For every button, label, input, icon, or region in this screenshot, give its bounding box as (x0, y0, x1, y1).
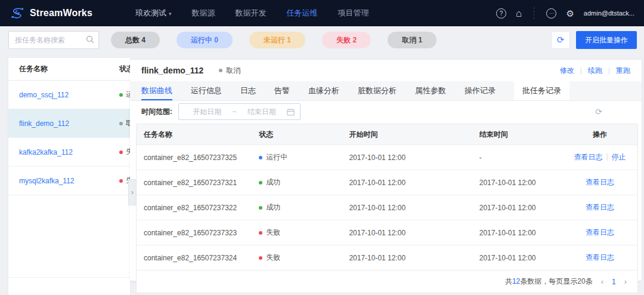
task-list-row[interactable]: kafka2kafka_112失败 (8, 138, 130, 167)
container-status-label: 失败 (266, 253, 280, 263)
home-icon[interactable]: ⌂ (516, 8, 522, 19)
task-list-header: 任务名称 状态 (8, 58, 130, 81)
row-action-停止[interactable]: 停止 (612, 152, 626, 162)
start-time-cell: 2017-10-01 12:00 (342, 153, 472, 162)
row-action-cell: 查看日志 (562, 253, 637, 263)
content-area: 任务名称 状态 demo_sscj_112运行中flink_demo_112取消… (0, 54, 644, 295)
task-list-row[interactable]: demo_sscj_112运行中 (8, 81, 130, 109)
task-name-link[interactable]: mysql2kafka_112 (8, 177, 75, 185)
tab-告警[interactable]: 告警 (274, 81, 290, 100)
end-time-cell: - (472, 153, 562, 162)
tab-属性参数[interactable]: 属性参数 (415, 81, 446, 100)
app-title: StreamWorks (30, 8, 92, 19)
tab-操作记录[interactable]: 操作记录 (465, 81, 496, 100)
container-name-cell: container_e82_16507237322 (137, 204, 252, 212)
prev-page-icon[interactable]: ‹ (601, 277, 603, 286)
message-icon[interactable]: ··· (546, 8, 556, 19)
nav-item-项目管理[interactable]: 项目管理 (338, 8, 369, 19)
action-separator: | (606, 152, 608, 162)
row-action-查看日志[interactable]: 查看日志 (586, 253, 614, 263)
task-list-panel: 任务名称 状态 demo_sscj_112运行中flink_demo_112取消… (8, 58, 130, 295)
panel-refresh-icon[interactable]: ⟳ (595, 107, 602, 116)
app-logo[interactable]: StreamWorks (10, 7, 92, 20)
chevron-down-icon: ▾ (169, 11, 172, 17)
detail-action-续跑[interactable]: 续跑 (588, 66, 602, 76)
row-action-查看日志[interactable]: 查看日志 (586, 228, 614, 238)
container-status-label: 成功 (266, 202, 280, 213)
task-name-link[interactable]: kafka2kafka_112 (8, 148, 73, 156)
current-page-button[interactable]: 1 (612, 278, 616, 286)
tab-数据曲线[interactable]: 数据曲线 (141, 81, 172, 100)
tab-脏数据分析[interactable]: 脏数据分析 (358, 81, 397, 100)
main-nav: 琅欢测试▾数据源数据开发任务运维项目管理 (135, 8, 369, 19)
filter-pill[interactable]: 总数 4 (111, 32, 160, 48)
end-time-cell: 2017-10-01 12:00 (472, 179, 562, 187)
status-dot (119, 122, 123, 125)
detail-status-badge: 取消 (219, 66, 240, 76)
start-time-cell: 2017-10-01 12:00 (342, 229, 472, 237)
task-list-row[interactable]: mysql2kafka_112失败 (8, 167, 130, 195)
detail-action-修改[interactable]: 修改 (560, 66, 574, 76)
filter-pill[interactable]: 取消 1 (388, 32, 436, 48)
status-dot (259, 231, 262, 235)
task-name-link[interactable]: flink_demo_112 (8, 119, 69, 128)
container-name-cell: container_e82_16507237323 (137, 229, 252, 237)
end-time-cell: 2017-10-01 12:00 (472, 229, 562, 237)
time-range-row: 时间范围: 开始日期 ~ 结束日期 ⟳ (130, 101, 642, 122)
filter-pill[interactable]: 失败 2 (322, 32, 371, 48)
help-icon[interactable]: ? (496, 8, 506, 19)
date-range-picker[interactable]: 开始日期 ~ 结束日期 (178, 103, 301, 120)
task-list-rows: demo_sscj_112运行中flink_demo_112取消kafka2ka… (8, 81, 130, 195)
detail-status-label: 取消 (226, 66, 240, 76)
container-table: 任务名称状态开始时间结束时间操作 container_e82_165072373… (136, 124, 638, 293)
task-name-link[interactable]: demo_sscj_112 (8, 91, 69, 99)
table-row: container_e82_16507237321成功2017-10-01 12… (137, 170, 637, 195)
container-status-cell: 运行中 (252, 152, 342, 162)
refresh-button[interactable]: ⟳ (551, 31, 570, 49)
header-right-cluster: ? ⌂ ··· ⚙ admin@dtstack... (496, 7, 634, 19)
filter-right-cluster: ⟳ 开启批量操作 (551, 31, 637, 49)
filter-bar: 总数 4运行中 0未运行 1失败 2取消 1 ⟳ 开启批量操作 (0, 26, 644, 54)
collapse-panel-handle[interactable]: › (128, 179, 137, 205)
column-header-操作: 操作 (562, 130, 637, 140)
detail-action-重跑[interactable]: 重跑 (616, 66, 630, 76)
tab-运行信息[interactable]: 运行信息 (191, 81, 222, 100)
row-action-查看日志[interactable]: 查看日志 (586, 202, 614, 213)
filter-pill[interactable]: 未运行 1 (249, 32, 305, 48)
row-action-cell: 查看日志 (562, 177, 637, 188)
start-time-cell: 2017-10-01 12:00 (342, 254, 472, 262)
table-row: container_e82_16507237322成功2017-10-01 12… (137, 195, 637, 220)
nav-item-琅欢测试[interactable]: 琅欢测试▾ (135, 8, 172, 19)
detail-task-name: flink_demo_112 (141, 66, 203, 75)
action-separator: | (608, 66, 610, 75)
batch-operation-button[interactable]: 开启批量操作 (576, 31, 637, 49)
container-name-cell: container_e82_16507237321 (137, 179, 252, 187)
next-page-icon[interactable]: › (624, 277, 627, 286)
gear-icon[interactable]: ⚙ (566, 9, 574, 18)
container-status-label: 失败 (266, 228, 280, 238)
action-separator: | (580, 66, 582, 75)
column-header-结束时间: 结束时间 (472, 130, 562, 140)
start-time-cell: 2017-10-01 12:00 (342, 204, 472, 212)
nav-item-数据开发[interactable]: 数据开发 (236, 8, 267, 19)
nav-item-数据源[interactable]: 数据源 (192, 8, 215, 19)
row-action-查看日志[interactable]: 查看日志 (586, 177, 614, 188)
container-table-header: 任务名称状态开始时间结束时间操作 (137, 124, 637, 145)
calendar-icon (287, 108, 295, 116)
filter-pill[interactable]: 运行中 0 (177, 32, 233, 48)
tab-血缘分析[interactable]: 血缘分析 (308, 81, 339, 100)
streamworks-logo-icon (10, 7, 25, 20)
tab-日志[interactable]: 日志 (240, 81, 256, 100)
end-time-cell: 2017-10-01 12:00 (472, 254, 562, 262)
container-status-cell: 成功 (252, 177, 342, 188)
top-nav-bar: StreamWorks 琅欢测试▾数据源数据开发任务运维项目管理 ? ⌂ ···… (0, 0, 644, 26)
nav-item-任务运维[interactable]: 任务运维 (287, 8, 318, 19)
task-list-row[interactable]: flink_demo_112取消 (8, 109, 130, 138)
start-date-placeholder: 开始日期 (184, 107, 230, 117)
account-menu[interactable]: admin@dtstack... (584, 10, 634, 17)
row-action-查看日志[interactable]: 查看日志 (574, 152, 602, 162)
app-root: StreamWorks 琅欢测试▾数据源数据开发任务运维项目管理 ? ⌂ ···… (0, 0, 644, 295)
container-status-cell: 成功 (252, 202, 342, 213)
tab-批任务记录[interactable]: 批任务记录 (514, 81, 569, 100)
list-divider (8, 277, 130, 278)
